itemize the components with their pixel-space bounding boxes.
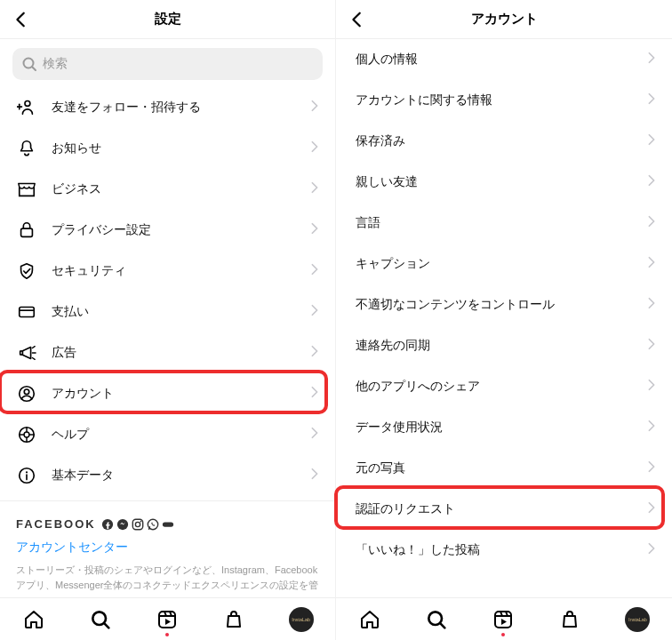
tab-bar: InstaLab	[336, 597, 672, 640]
account-row-9[interactable]: データ使用状況	[336, 407, 672, 448]
account-center-desc: ストーリーズ・投稿のシェアやログインなど、Instagram、Facebookア…	[16, 563, 319, 592]
chevron-right-icon	[308, 426, 321, 444]
settings-row-shop[interactable]: ビジネス	[0, 169, 335, 210]
settings-row-account[interactable]: アカウント	[0, 373, 335, 414]
settings-row-megaphone[interactable]: 広告	[0, 332, 335, 373]
chevron-right-icon	[308, 221, 321, 239]
instagram-icon	[132, 518, 144, 531]
account-row-8[interactable]: 他のアプリへのシェア	[336, 366, 672, 407]
account-row-2[interactable]: 保存済み	[336, 121, 672, 162]
row-label: データ使用状況	[356, 420, 645, 436]
facebook-icon	[101, 518, 114, 531]
home-icon	[359, 609, 380, 630]
chevron-right-icon	[645, 255, 658, 273]
bag-icon	[223, 609, 244, 630]
tab-shop[interactable]	[222, 608, 245, 631]
megaphone-icon	[16, 343, 37, 363]
search-wrap: 検索	[0, 39, 335, 87]
chevron-right-icon	[645, 92, 658, 109]
tab-profile[interactable]: InstaLab	[289, 607, 314, 632]
chevron-right-icon	[645, 132, 658, 150]
settings-row-user-plus[interactable]: 友達をフォロー・招待する	[0, 87, 335, 128]
facebook-section: FACEBOOK アカウントセンター ストーリーズ・投稿のシェアやログインなど、…	[0, 500, 335, 597]
chevron-right-icon	[645, 460, 658, 477]
row-label: 保存済み	[356, 133, 645, 149]
chevron-left-icon	[12, 10, 31, 29]
account-row-7[interactable]: 連絡先の同期	[336, 325, 672, 366]
back-button[interactable]	[347, 9, 368, 30]
settings-row-lock[interactable]: プライバシー設定	[0, 210, 335, 251]
settings-row-info[interactable]: 基本データ	[0, 455, 335, 496]
row-label: 不適切なコンテンツをコントロール	[356, 297, 645, 313]
row-label: セキュリティ	[52, 263, 308, 279]
chevron-right-icon	[308, 303, 321, 321]
tab-profile[interactable]: InstaLab	[625, 607, 650, 632]
whatsapp-icon	[147, 518, 159, 531]
back-button[interactable]	[11, 9, 32, 30]
chevron-right-icon	[645, 173, 658, 191]
user-plus-icon	[16, 98, 37, 117]
settings-row-bell[interactable]: お知らせ	[0, 128, 335, 169]
settings-row-card[interactable]: 支払い	[0, 292, 335, 332]
chevron-right-icon	[645, 337, 658, 355]
account-row-3[interactable]: 親しい友達	[336, 162, 672, 203]
settings-list: 友達をフォロー・招待するお知らせビジネスプライバシー設定セキュリティ支払い広告ア…	[0, 87, 335, 500]
chevron-right-icon	[308, 262, 321, 280]
tab-reels[interactable]	[492, 608, 515, 631]
settings-screen: 設定 検索 友達をフォロー・招待するお知らせビジネスプライバシー設定セキュリティ…	[0, 0, 336, 640]
chevron-right-icon	[308, 99, 321, 116]
row-label: プライバシー設定	[52, 222, 308, 238]
account-center-link[interactable]: アカウントセンター	[16, 540, 319, 556]
shield-icon	[16, 261, 37, 281]
shop-icon	[16, 180, 37, 199]
chevron-right-icon	[645, 296, 658, 314]
row-label: 親しい友達	[356, 174, 645, 190]
row-label: 認証のリクエスト	[356, 501, 645, 517]
chevron-right-icon	[645, 500, 658, 518]
row-label: 広告	[52, 345, 308, 361]
search-input[interactable]: 検索	[12, 48, 323, 80]
search-icon	[90, 609, 111, 630]
home-icon	[23, 609, 44, 630]
account-row-1[interactable]: アカウントに関する情報	[336, 80, 672, 121]
account-row-6[interactable]: 不適切なコンテンツをコントロール	[336, 284, 672, 325]
row-label: 基本データ	[52, 468, 308, 484]
account-row-11[interactable]: 認証のリクエスト	[336, 489, 672, 530]
facebook-brand: FACEBOOK	[16, 517, 96, 531]
chevron-right-icon	[308, 467, 321, 484]
lock-icon	[16, 220, 37, 240]
row-label: 友達をフォロー・招待する	[52, 100, 308, 116]
account-row-10[interactable]: 元の写真	[336, 448, 672, 489]
row-label: 言語	[356, 215, 645, 231]
reels-icon	[492, 609, 514, 630]
account-list: 個人の情報アカウントに関する情報保存済み親しい友達言語キャプション不適切なコンテ…	[336, 39, 672, 597]
account-header: アカウント	[336, 0, 672, 39]
row-label: 支払い	[52, 304, 308, 320]
account-row-4[interactable]: 言語	[336, 203, 672, 244]
chevron-right-icon	[308, 344, 321, 362]
row-label: 連絡先の同期	[356, 338, 645, 354]
row-label: 「いいね！」した投稿	[356, 542, 645, 558]
account-row-5[interactable]: キャプション	[336, 244, 672, 284]
bag-icon	[559, 609, 580, 630]
account-row-12[interactable]: 「いいね！」した投稿	[336, 530, 672, 571]
account-row-0[interactable]: 個人の情報	[336, 39, 672, 80]
tab-reels[interactable]	[156, 608, 179, 631]
row-label: アカウントに関する情報	[356, 92, 645, 108]
settings-row-shield[interactable]: セキュリティ	[0, 251, 335, 292]
search-icon	[21, 56, 37, 72]
row-label: ヘルプ	[52, 427, 308, 443]
avatar-icon: InstaLab	[628, 617, 647, 622]
tab-home[interactable]	[358, 608, 381, 631]
avatar-icon: InstaLab	[292, 617, 310, 622]
row-label: アカウント	[52, 386, 308, 402]
facebook-family-icons	[101, 518, 174, 531]
tab-home[interactable]	[22, 608, 45, 631]
settings-row-help[interactable]: ヘルプ	[0, 414, 335, 455]
tab-search[interactable]	[425, 608, 448, 631]
tab-search[interactable]	[89, 608, 112, 631]
row-label: 元の写真	[356, 460, 645, 476]
chevron-right-icon	[308, 385, 321, 403]
chevron-right-icon	[645, 419, 658, 436]
tab-shop[interactable]	[558, 608, 581, 631]
